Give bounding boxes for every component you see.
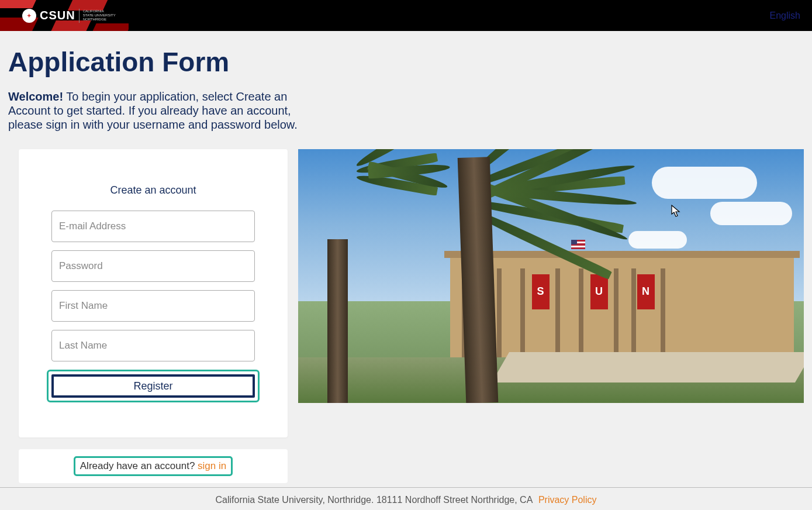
palm-tree-small: [327, 239, 348, 403]
main-content: Application Form Welcome! To begin your …: [0, 31, 812, 483]
banner-s: S: [532, 274, 550, 309]
hero-image: C S U N: [298, 149, 804, 403]
welcome-text: Welcome! To begin your application, sele…: [8, 89, 300, 132]
email-field[interactable]: [51, 211, 255, 242]
logo-main-text: CSUN: [40, 9, 75, 22]
footer: California State University, Northridge.…: [0, 487, 812, 510]
password-field[interactable]: [51, 250, 255, 282]
language-selector[interactable]: English: [770, 11, 800, 21]
register-button[interactable]: Register: [51, 374, 255, 398]
signin-prompt: Already have an account?: [80, 460, 198, 471]
seal-icon: ✦: [22, 9, 36, 23]
logo-subtext: California State University Northridge: [83, 9, 116, 22]
firstname-field[interactable]: [51, 290, 255, 322]
flag-icon: [571, 240, 585, 249]
signin-link[interactable]: sign in: [198, 460, 226, 471]
top-header: ✦ CSUN California State University North…: [0, 0, 812, 31]
signin-highlight: Already have an account? sign in: [74, 456, 233, 476]
create-account-card: Create an account Register: [19, 149, 288, 437]
form-heading: Create an account: [35, 184, 271, 197]
footer-text: California State University, Northridge.…: [216, 495, 533, 505]
privacy-policy-link[interactable]: Privacy Policy: [538, 495, 597, 505]
banner-u: U: [590, 274, 608, 309]
lastname-field[interactable]: [51, 330, 255, 361]
page-title: Application Form: [8, 46, 804, 78]
register-highlight: Register: [47, 370, 260, 402]
signin-card: Already have an account? sign in: [19, 449, 288, 483]
site-logo[interactable]: ✦ CSUN California State University North…: [0, 0, 129, 31]
logo-divider: [79, 9, 80, 23]
banner-n: N: [637, 274, 655, 309]
campus-building: C S U N: [450, 251, 794, 365]
